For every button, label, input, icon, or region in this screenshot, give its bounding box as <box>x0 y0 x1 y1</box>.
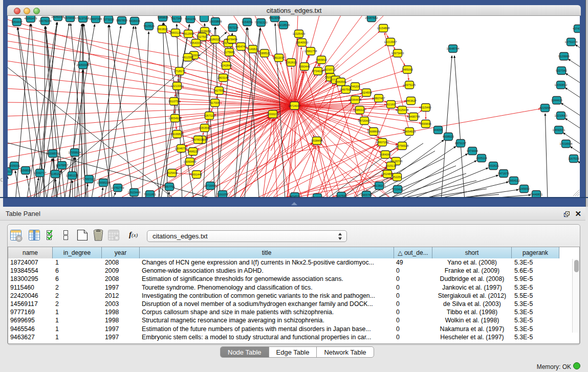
svg-text:6438436: 6438436 <box>129 19 140 23</box>
svg-text:3024554: 3024554 <box>361 91 372 94</box>
svg-text:644095: 644095 <box>433 128 443 132</box>
svg-text:10807487: 10807487 <box>373 97 385 100</box>
svg-text:9327500: 9327500 <box>197 35 208 38</box>
svg-text:9657791: 9657791 <box>164 185 175 188</box>
svg-text:19654923: 19654923 <box>403 130 416 133</box>
svg-text:7515526: 7515526 <box>143 25 155 28</box>
svg-text:20206576: 20206576 <box>47 152 59 155</box>
svg-text:9115460: 9115460 <box>420 106 431 109</box>
svg-text:252254: 252254 <box>393 176 402 179</box>
svg-text:73440831: 73440831 <box>530 193 543 196</box>
svg-text:10033809: 10033809 <box>209 20 222 23</box>
svg-text:9242848: 9242848 <box>221 64 232 67</box>
svg-text:17359924: 17359924 <box>69 151 81 154</box>
svg-text:2803144: 2803144 <box>217 76 229 79</box>
svg-text:12226058: 12226058 <box>199 30 211 33</box>
svg-text:9734028: 9734028 <box>312 70 323 73</box>
svg-text:16093489: 16093489 <box>184 160 197 163</box>
svg-text:8454749: 8454749 <box>235 45 247 48</box>
svg-text:45351479: 45351479 <box>25 17 37 20</box>
svg-text:7663822: 7663822 <box>157 28 168 31</box>
svg-text:2718170: 2718170 <box>174 70 185 73</box>
svg-text:73791320: 73791320 <box>255 21 268 24</box>
svg-text:1498222: 1498222 <box>187 150 199 153</box>
svg-text:12342737: 12342737 <box>34 171 47 174</box>
svg-text:29387682: 29387682 <box>365 16 378 19</box>
svg-text:70211891: 70211891 <box>144 193 156 196</box>
svg-text:10973493: 10973493 <box>391 52 404 55</box>
svg-text:16210643: 16210643 <box>555 114 568 117</box>
svg-text:8186328: 8186328 <box>209 38 221 41</box>
svg-text:1015132: 1015132 <box>385 164 397 167</box>
svg-text:1156829: 1156829 <box>20 169 31 172</box>
svg-text:8660124: 8660124 <box>170 31 181 34</box>
svg-text:9227342: 9227342 <box>556 69 567 72</box>
svg-text:1691446: 1691446 <box>191 173 202 176</box>
svg-text:16648784: 16648784 <box>447 47 460 50</box>
svg-text:13495758: 13495758 <box>407 115 420 118</box>
svg-text:12923448: 12923448 <box>128 191 141 194</box>
svg-text:4374754: 4374754 <box>573 27 580 30</box>
svg-text:29053346: 29053346 <box>77 63 90 67</box>
svg-text:16640910: 16640910 <box>296 41 309 44</box>
svg-text:1990443: 1990443 <box>299 65 310 68</box>
svg-text:17957223: 17957223 <box>83 178 96 181</box>
svg-text:9474444: 9474444 <box>467 149 478 152</box>
svg-text:1035001: 1035001 <box>9 164 20 167</box>
svg-text:10958107: 10958107 <box>97 181 110 184</box>
svg-text:12951135: 12951135 <box>66 174 78 177</box>
svg-text:10654112: 10654112 <box>508 179 520 182</box>
svg-text:3154051: 3154051 <box>242 20 253 24</box>
svg-text:18720407: 18720407 <box>358 119 371 122</box>
svg-text:78137358: 78137358 <box>77 17 90 20</box>
svg-text:19210721: 19210721 <box>323 68 336 71</box>
svg-text:20364436: 20364436 <box>349 98 362 101</box>
svg-text:5017343: 5017343 <box>171 17 182 20</box>
svg-text:9427552: 9427552 <box>213 89 225 92</box>
svg-text:1167533: 1167533 <box>568 157 579 160</box>
svg-text:18807289: 18807289 <box>376 141 389 144</box>
svg-text:10543332: 10543332 <box>190 41 203 45</box>
svg-text:7632621: 7632621 <box>488 164 499 167</box>
svg-text:14136141: 14136141 <box>373 184 386 187</box>
svg-text:13716485: 13716485 <box>204 184 217 187</box>
svg-text:6440561: 6440561 <box>335 80 346 83</box>
svg-text:(x): (x) <box>132 232 138 238</box>
svg-text:10025438: 10025438 <box>396 108 409 112</box>
svg-text:10688609: 10688609 <box>367 130 380 133</box>
svg-text:12093832: 12093832 <box>555 83 568 86</box>
svg-text:9699695: 9699695 <box>420 122 431 125</box>
svg-text:4612365: 4612365 <box>182 56 193 59</box>
svg-text:12213967: 12213967 <box>384 40 397 43</box>
svg-text:9897858: 9897858 <box>116 19 127 22</box>
svg-text:15751074: 15751074 <box>565 40 578 43</box>
svg-text:8938923: 8938923 <box>443 135 454 138</box>
svg-text:1244415: 1244415 <box>551 99 562 102</box>
svg-text:3267110: 3267110 <box>204 114 214 117</box>
svg-text:5041154: 5041154 <box>185 17 195 20</box>
svg-text:16782759: 16782759 <box>112 186 124 189</box>
svg-text:6879197: 6879197 <box>455 142 466 145</box>
svg-text:1388520: 1388520 <box>259 52 270 55</box>
svg-text:7273233: 7273233 <box>103 18 114 21</box>
svg-text:8813054: 8813054 <box>269 16 280 19</box>
svg-text:7357224: 7357224 <box>227 26 238 29</box>
svg-text:9146821: 9146821 <box>247 48 258 51</box>
svg-text:9478454: 9478454 <box>226 38 237 41</box>
svg-text:9463627: 9463627 <box>405 99 417 102</box>
svg-text:1538454: 1538454 <box>311 139 322 142</box>
svg-text:114519: 114519 <box>51 172 60 176</box>
svg-text:3175685: 3175685 <box>224 51 235 54</box>
svg-text:5191056: 5191056 <box>217 193 228 196</box>
svg-text:917006: 917006 <box>210 101 220 104</box>
svg-text:746206: 746206 <box>351 85 360 88</box>
svg-text:7625402: 7625402 <box>166 171 178 174</box>
svg-text:8822037: 8822037 <box>273 56 285 59</box>
svg-text:1054447: 1054447 <box>11 20 23 24</box>
svg-text:19218506: 19218506 <box>277 24 290 27</box>
svg-text:16046798: 16046798 <box>175 147 188 150</box>
svg-text:8471676: 8471676 <box>498 172 509 175</box>
svg-text:17016504: 17016504 <box>560 142 573 145</box>
svg-text:1733426: 1733426 <box>392 188 403 191</box>
svg-text:62160: 62160 <box>387 103 395 106</box>
